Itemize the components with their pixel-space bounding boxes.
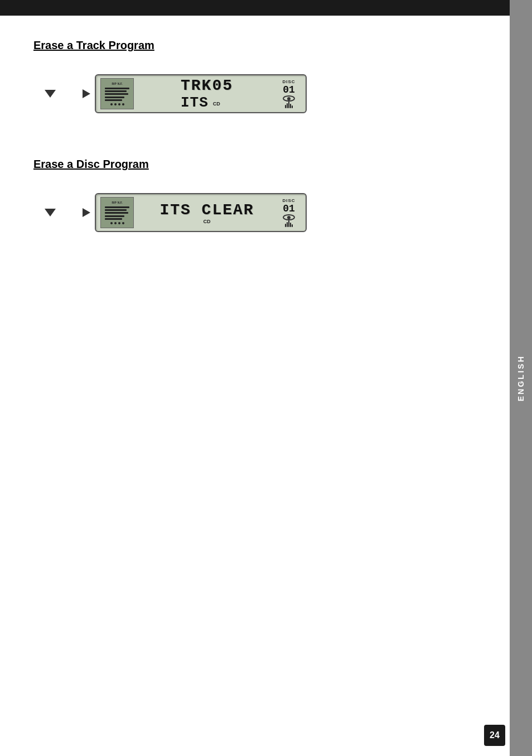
page-number: 24 [490, 730, 500, 740]
lcd-display-1: R/P N.F. [95, 74, 307, 113]
lcd-graphic-bars [105, 86, 129, 102]
lcd-main-text-area-2: ITS CLEAR CD [137, 201, 277, 224]
lcd-cd-sub-2: CD [159, 219, 254, 224]
lcd-wave-icon-2 [285, 220, 293, 227]
lcd-bottom-dots [110, 103, 124, 105]
erase-disc-step-row: R/P N.F. [45, 193, 476, 232]
erase-track-title: Erase a Track Program [33, 39, 476, 52]
lcd-track-text: TRK05 [181, 77, 233, 94]
page-number-badge: 24 [484, 725, 505, 746]
lcd-display-wrapper-2: R/P N.F. [95, 193, 307, 232]
erase-track-section: Erase a Track Program R/P N.F. [33, 39, 476, 113]
arrow-down-icon-2 [45, 209, 56, 216]
lcd-top-indicators: R/P N.F. [112, 82, 122, 85]
lcd-left-graphic-2: R/P N.F. [100, 197, 134, 228]
erase-disc-section: Erase a Disc Program R/P N.F. [33, 158, 476, 232]
lcd-disc-label-2: DISC [282, 198, 295, 203]
lcd-wave-icon [285, 102, 293, 108]
lcd-left-graphic: R/P N.F. [100, 78, 134, 109]
lcd-right-section: DISC 01 [277, 78, 301, 109]
lcd-right-section-2: DISC 01 [277, 197, 301, 228]
lcd-top-indicators-2: R/P N.F. [112, 201, 122, 204]
language-label: ENGLISH [516, 355, 525, 401]
lcd-graphic-bars-2 [105, 205, 129, 221]
lcd-disc-circle-icon-2 [283, 214, 295, 220]
lcd-display-2: R/P N.F. [95, 193, 307, 232]
erase-disc-content: R/P N.F. [33, 193, 476, 232]
lcd-arrow-icon-2 [83, 208, 90, 217]
lcd-disc-number: 01 [283, 84, 295, 95]
lcd-cd-sub: CD [213, 101, 220, 107]
arrow-down-icon [45, 90, 56, 98]
lcd-main-text-area: TRK05 ITS CD [137, 77, 277, 111]
lcd-disc-label: DISC [282, 79, 295, 84]
lcd-disc-number-2: 01 [283, 203, 295, 214]
lcd-arrow-icon [83, 89, 90, 98]
lcd-its-clear-text: ITS CLEAR [159, 201, 254, 219]
lcd-disc-circle-icon [283, 95, 295, 102]
lcd-display-wrapper-1: R/P N.F. [95, 74, 307, 113]
main-content: Erase a Track Program R/P N.F. [0, 0, 510, 293]
lcd-bottom-dots-2 [110, 222, 124, 224]
erase-disc-title: Erase a Disc Program [33, 158, 476, 171]
erase-track-step-row: R/P N.F. [45, 74, 476, 113]
lcd-disc-top: DISC 01 [282, 79, 295, 95]
lcd-its-text: ITS [181, 94, 209, 111]
lcd-disc-top-2: DISC 01 [282, 198, 295, 214]
erase-track-content: R/P N.F. [33, 74, 476, 113]
language-sidebar: ENGLISH [510, 0, 532, 756]
